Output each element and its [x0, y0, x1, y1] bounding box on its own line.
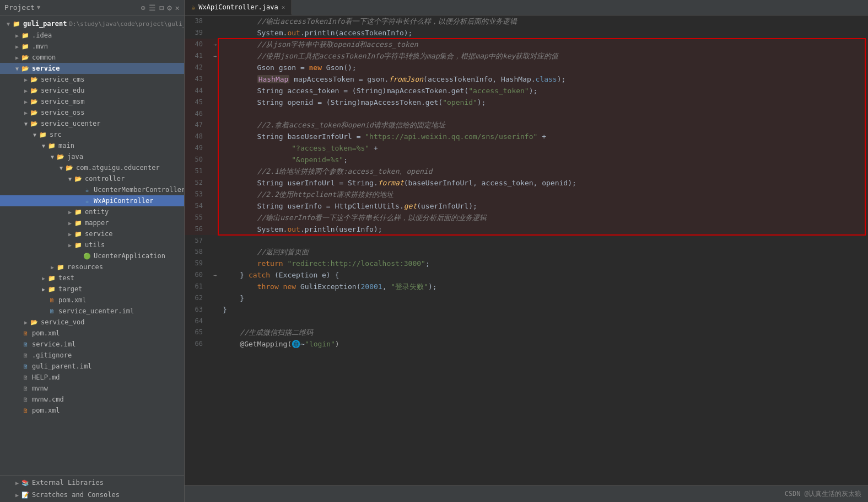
code-editor[interactable]: 38 //输出accessTokenInfo看一下这个字符串长什么样，以便分析后… [185, 15, 868, 485]
target-arrow: ▶ [40, 286, 47, 292]
vod-label: service_vod [41, 318, 84, 326]
close-panel-icon[interactable]: ✕ [175, 3, 180, 12]
tab-close-button[interactable]: × [282, 4, 285, 11]
ext-lib-arrow: ▶ [13, 480, 21, 486]
line-number: 58 [185, 246, 209, 258]
tree-item-target[interactable]: ▶ 📁 target [0, 284, 184, 295]
tree-item-service-ucenter-iml[interactable]: 🗎 service_ucenter.iml [0, 306, 184, 317]
tree-item-service-cms[interactable]: ▶ 📂 service_cms [0, 74, 184, 85]
tree-item-service-oss[interactable]: ▶ 📂 service_oss [0, 107, 184, 118]
project-panel: Project ▼ ⊕ ☰ ⊟ ⚙ ✕ ▼ 📁 guli_parent D:\s… [0, 0, 185, 502]
code-content: //使用json工具把accessTokenInfo字符串转换为map集合，根据… [220, 50, 868, 62]
project-tree: ▼ 📁 guli_parent D:\study\java\code\proje… [0, 15, 184, 475]
tree-item-service-msm[interactable]: ▶ 📂 service_msm [0, 96, 184, 107]
line-gutter [209, 73, 220, 85]
tree-item-pom-root[interactable]: 🗎 pom.xml [0, 328, 184, 339]
utils-arrow: ▶ [66, 242, 74, 248]
collapse-icon[interactable]: ⊟ [159, 3, 164, 12]
vod-arrow: ▶ [22, 319, 30, 325]
tree-item-src[interactable]: ▼ 📁 src [0, 129, 184, 140]
entity-folder-icon: 📁 [74, 207, 83, 216]
settings-icon[interactable]: ⚙ [167, 3, 171, 12]
project-header-left: Project ▼ [4, 3, 40, 12]
app-icon: 🟢 [83, 252, 91, 260]
active-tab[interactable]: ☕ WxApiController.java × [185, 0, 292, 15]
tree-item-mvn[interactable]: ▶ 📁 .mvn [0, 41, 184, 52]
code-content: String openid = (String)mapAccessToken.g… [220, 97, 868, 108]
main-label: main [58, 142, 74, 149]
tree-item-guli-parent-iml[interactable]: 🗎 guli_parent.iml [0, 361, 184, 372]
code-content: //返回到首页面 [220, 246, 868, 258]
code-content: } catch (Exception e) { [220, 269, 868, 281]
tree-item-service[interactable]: ▼ 📂 service [0, 63, 184, 74]
code-content: System.out.println(accessTokenInfo); [220, 27, 868, 39]
msm-label: service_msm [41, 98, 84, 105]
code-row: 48 String baseUserInfoUrl = "https://api… [185, 131, 868, 142]
tree-item-utils[interactable]: ▶ 📁 utils [0, 239, 184, 250]
tree-item-mvnw[interactable]: 🗎 mvnw [0, 383, 184, 394]
tree-root[interactable]: ▼ 📁 guli_parent D:\study\java\code\proje… [0, 18, 184, 30]
tree-item-service-ucenter[interactable]: ▼ 📂 service_ucenter [0, 118, 184, 129]
tree-item-mapper[interactable]: ▶ 📁 mapper [0, 217, 184, 228]
line-number: 46 [185, 108, 209, 119]
code-body: 38 //输出accessTokenInfo看一下这个字符串长什么样，以便分析后… [185, 15, 868, 350]
oss-label: service_oss [41, 109, 84, 116]
code-row: 46 [185, 108, 868, 119]
line-number: 45 [185, 97, 209, 108]
controller-arrow: ▼ [66, 176, 74, 182]
tree-item-com-atguigu[interactable]: ▼ 📂 com.atguigu.educenter [0, 162, 184, 173]
tree-item-help[interactable]: 🗎 HELP.md [0, 372, 184, 383]
code-content: System.out.println(userInfo); [220, 223, 868, 235]
code-row: 55 //输出userInfo看一下这个字符串长什么样，以便分析后面的业务逻辑 [185, 212, 868, 223]
expand-icon[interactable]: ☰ [149, 3, 156, 12]
external-libraries-item[interactable]: ▶ 📚 External Libraries [0, 477, 184, 489]
help-label: HELP.md [32, 373, 60, 381]
line-gutter [209, 131, 220, 142]
tree-item-service-vod[interactable]: ▶ 📂 service_vod [0, 317, 184, 328]
code-row: 59 return "redirect:http://localhost:300… [185, 258, 868, 269]
line-number: 61 [185, 281, 209, 292]
tree-item-service-inner[interactable]: ▶ 📁 service [0, 228, 184, 239]
tree-item-mvnw-cmd[interactable]: 🗎 mvnw.cmd [0, 394, 184, 405]
scratches-item[interactable]: ▶ 📝 Scratches and Consoles [0, 489, 184, 501]
tree-item-wx-api-controller[interactable]: ☕ WxApiController [0, 195, 184, 206]
tree-item-entity[interactable]: ▶ 📁 entity [0, 206, 184, 217]
tree-item-idea[interactable]: ▶ 📁 .idea [0, 30, 184, 41]
code-row: 51 //2.1给地址拼接两个参数:access_token、openid [185, 165, 868, 177]
code-row: 39 System.out.println(accessTokenInfo); [185, 27, 868, 39]
controller-folder-icon: 📂 [74, 174, 83, 183]
utils-label: utils [85, 241, 105, 249]
common-folder-icon: 📂 [21, 53, 30, 62]
code-row: 57 [185, 235, 868, 246]
ucenter-label: service_ucenter [41, 120, 100, 127]
line-number: 62 [185, 292, 209, 304]
tree-item-service-edu[interactable]: ▶ 📂 service_edu [0, 85, 184, 96]
locate-icon[interactable]: ⊕ [141, 3, 145, 12]
test-arrow: ▶ [40, 275, 47, 281]
line-gutter [209, 154, 220, 165]
tree-item-ucenter-member-controller[interactable]: ☕ UcenterMemberController [0, 184, 184, 195]
tree-item-service-iml[interactable]: 🗎 service.iml [0, 339, 184, 350]
mvnw-cmd-label: mvnw.cmd [32, 396, 64, 403]
tree-item-test[interactable]: ▶ 📁 test [0, 273, 184, 284]
tree-item-ucenter-app[interactable]: 🟢 UcenterApplication [0, 250, 184, 261]
tree-item-resources[interactable]: ▶ 📁 resources [0, 261, 184, 273]
idea-folder-icon: 📁 [21, 31, 30, 40]
code-content: String userInfo = HttpClientUtils.get(us… [220, 200, 868, 212]
tree-item-pom-ucenter[interactable]: 🗎 pom.xml [0, 295, 184, 306]
code-content: //输出accessTokenInfo看一下这个字符串长什么样，以便分析后面的业… [220, 15, 868, 27]
tree-item-main[interactable]: ▼ 📁 main [0, 140, 184, 151]
mvn-arrow: ▶ [13, 44, 21, 50]
project-label[interactable]: Project [4, 3, 35, 12]
line-gutter [209, 119, 220, 131]
ext-lib-label: External Libraries [32, 479, 104, 487]
guli-iml-label: guli_parent.iml [32, 362, 91, 370]
tree-item-pom-parent[interactable]: 🗎 pom.xml [0, 405, 184, 416]
tree-item-controller[interactable]: ▼ 📂 controller [0, 173, 184, 184]
tree-item-java[interactable]: ▼ 📂 java [0, 151, 184, 162]
tree-item-gitignore[interactable]: 🗎 .gitignore [0, 350, 184, 361]
java-label: java [67, 153, 83, 161]
tree-item-common[interactable]: ▶ 📂 common [0, 52, 184, 63]
project-dropdown-arrow[interactable]: ▼ [37, 4, 41, 11]
src-folder-icon: 📁 [39, 130, 47, 139]
